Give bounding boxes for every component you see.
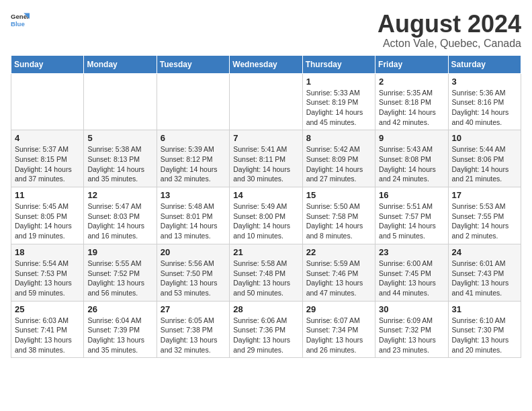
calendar-header: SundayMondayTuesdayWednesdayThursdayFrid… bbox=[11, 55, 521, 73]
calendar-cell: 24Sunrise: 6:01 AM Sunset: 7:43 PM Dayli… bbox=[448, 244, 521, 301]
day-number: 20 bbox=[161, 247, 226, 257]
day-detail: Sunrise: 5:44 AM Sunset: 8:06 PM Dayligh… bbox=[452, 144, 517, 184]
day-number: 28 bbox=[233, 304, 298, 314]
day-detail: Sunrise: 5:38 AM Sunset: 8:13 PM Dayligh… bbox=[87, 144, 152, 184]
day-number: 5 bbox=[87, 133, 152, 143]
day-number: 29 bbox=[306, 304, 371, 314]
calendar-cell: 9Sunrise: 5:43 AM Sunset: 8:08 PM Daylig… bbox=[375, 130, 448, 187]
day-detail: Sunrise: 5:43 AM Sunset: 8:08 PM Dayligh… bbox=[379, 144, 444, 184]
header-cell-saturday: Saturday bbox=[448, 55, 521, 73]
day-number: 22 bbox=[306, 247, 371, 257]
day-detail: Sunrise: 5:37 AM Sunset: 8:15 PM Dayligh… bbox=[15, 144, 80, 184]
day-detail: Sunrise: 5:56 AM Sunset: 7:50 PM Dayligh… bbox=[161, 259, 226, 298]
day-detail: Sunrise: 6:07 AM Sunset: 7:34 PM Dayligh… bbox=[306, 316, 371, 355]
day-number: 15 bbox=[306, 190, 371, 200]
calendar-cell: 26Sunrise: 6:04 AM Sunset: 7:39 PM Dayli… bbox=[84, 301, 157, 358]
day-detail: Sunrise: 5:47 AM Sunset: 8:03 PM Dayligh… bbox=[87, 201, 152, 241]
day-number: 9 bbox=[379, 133, 444, 143]
day-number: 26 bbox=[87, 304, 152, 314]
day-number: 18 bbox=[15, 247, 80, 257]
day-detail: Sunrise: 5:41 AM Sunset: 8:11 PM Dayligh… bbox=[233, 144, 298, 184]
day-number: 24 bbox=[452, 247, 517, 257]
title-section: August 2024 Acton Vale, Quebec, Canada bbox=[378, 11, 521, 50]
day-number: 3 bbox=[452, 77, 517, 87]
day-number: 11 bbox=[15, 190, 80, 200]
calendar-cell: 21Sunrise: 5:58 AM Sunset: 7:48 PM Dayli… bbox=[230, 244, 302, 301]
day-number: 1 bbox=[306, 77, 371, 87]
day-detail: Sunrise: 5:33 AM Sunset: 8:19 PM Dayligh… bbox=[306, 88, 371, 128]
day-number: 19 bbox=[87, 247, 152, 257]
main-title: August 2024 bbox=[378, 11, 521, 38]
day-detail: Sunrise: 5:53 AM Sunset: 7:55 PM Dayligh… bbox=[452, 201, 517, 241]
day-number: 17 bbox=[452, 190, 517, 200]
header-cell-tuesday: Tuesday bbox=[157, 55, 229, 73]
calendar-cell: 18Sunrise: 5:54 AM Sunset: 7:53 PM Dayli… bbox=[11, 244, 84, 301]
day-number: 14 bbox=[233, 190, 298, 200]
calendar-cell: 3Sunrise: 5:36 AM Sunset: 8:16 PM Daylig… bbox=[448, 73, 521, 130]
logo: General Blue bbox=[11, 11, 30, 30]
day-detail: Sunrise: 6:10 AM Sunset: 7:30 PM Dayligh… bbox=[452, 316, 517, 355]
calendar-cell: 4Sunrise: 5:37 AM Sunset: 8:15 PM Daylig… bbox=[11, 130, 84, 187]
calendar-cell: 7Sunrise: 5:41 AM Sunset: 8:11 PM Daylig… bbox=[230, 130, 302, 187]
calendar-cell: 28Sunrise: 6:06 AM Sunset: 7:36 PM Dayli… bbox=[230, 301, 302, 358]
calendar-cell: 8Sunrise: 5:42 AM Sunset: 8:09 PM Daylig… bbox=[302, 130, 375, 187]
calendar-cell: 15Sunrise: 5:50 AM Sunset: 7:58 PM Dayli… bbox=[302, 187, 375, 244]
day-detail: Sunrise: 5:49 AM Sunset: 8:00 PM Dayligh… bbox=[233, 201, 298, 241]
header-cell-thursday: Thursday bbox=[302, 55, 375, 73]
day-number: 25 bbox=[15, 304, 80, 314]
calendar-cell: 19Sunrise: 5:55 AM Sunset: 7:52 PM Dayli… bbox=[84, 244, 157, 301]
calendar-cell: 12Sunrise: 5:47 AM Sunset: 8:03 PM Dayli… bbox=[84, 187, 157, 244]
day-detail: Sunrise: 5:59 AM Sunset: 7:46 PM Dayligh… bbox=[306, 259, 371, 298]
day-detail: Sunrise: 6:06 AM Sunset: 7:36 PM Dayligh… bbox=[233, 316, 298, 355]
calendar-cell: 13Sunrise: 5:48 AM Sunset: 8:01 PM Dayli… bbox=[157, 187, 229, 244]
day-number: 2 bbox=[379, 77, 444, 87]
day-number: 10 bbox=[452, 133, 517, 143]
day-number: 27 bbox=[161, 304, 226, 314]
calendar-cell: 6Sunrise: 5:39 AM Sunset: 8:12 PM Daylig… bbox=[157, 130, 229, 187]
day-detail: Sunrise: 6:09 AM Sunset: 7:32 PM Dayligh… bbox=[379, 316, 444, 355]
header-row: SundayMondayTuesdayWednesdayThursdayFrid… bbox=[11, 55, 521, 73]
calendar-cell: 25Sunrise: 6:03 AM Sunset: 7:41 PM Dayli… bbox=[11, 301, 84, 358]
calendar-cell bbox=[11, 73, 84, 130]
day-detail: Sunrise: 5:50 AM Sunset: 7:58 PM Dayligh… bbox=[306, 201, 371, 241]
day-detail: Sunrise: 6:05 AM Sunset: 7:38 PM Dayligh… bbox=[161, 316, 226, 355]
day-detail: Sunrise: 5:58 AM Sunset: 7:48 PM Dayligh… bbox=[233, 259, 298, 298]
day-number: 4 bbox=[15, 133, 80, 143]
week-row-1: 1Sunrise: 5:33 AM Sunset: 8:19 PM Daylig… bbox=[11, 73, 521, 130]
calendar-cell: 27Sunrise: 6:05 AM Sunset: 7:38 PM Dayli… bbox=[157, 301, 229, 358]
week-row-4: 18Sunrise: 5:54 AM Sunset: 7:53 PM Dayli… bbox=[11, 244, 521, 301]
day-detail: Sunrise: 5:35 AM Sunset: 8:18 PM Dayligh… bbox=[379, 88, 444, 128]
svg-text:Blue: Blue bbox=[11, 20, 25, 28]
calendar-cell: 16Sunrise: 5:51 AM Sunset: 7:57 PM Dayli… bbox=[375, 187, 448, 244]
day-detail: Sunrise: 6:01 AM Sunset: 7:43 PM Dayligh… bbox=[452, 259, 517, 298]
day-detail: Sunrise: 6:04 AM Sunset: 7:39 PM Dayligh… bbox=[87, 316, 152, 355]
calendar-cell: 29Sunrise: 6:07 AM Sunset: 7:34 PM Dayli… bbox=[302, 301, 375, 358]
day-number: 6 bbox=[161, 133, 226, 143]
day-detail: Sunrise: 5:39 AM Sunset: 8:12 PM Dayligh… bbox=[161, 144, 226, 184]
calendar-cell: 20Sunrise: 5:56 AM Sunset: 7:50 PM Dayli… bbox=[157, 244, 229, 301]
week-row-2: 4Sunrise: 5:37 AM Sunset: 8:15 PM Daylig… bbox=[11, 130, 521, 187]
calendar-cell: 10Sunrise: 5:44 AM Sunset: 8:06 PM Dayli… bbox=[448, 130, 521, 187]
day-number: 16 bbox=[379, 190, 444, 200]
calendar-cell: 22Sunrise: 5:59 AM Sunset: 7:46 PM Dayli… bbox=[302, 244, 375, 301]
day-detail: Sunrise: 6:00 AM Sunset: 7:45 PM Dayligh… bbox=[379, 259, 444, 298]
calendar-cell: 2Sunrise: 5:35 AM Sunset: 8:18 PM Daylig… bbox=[375, 73, 448, 130]
calendar-cell: 1Sunrise: 5:33 AM Sunset: 8:19 PM Daylig… bbox=[302, 73, 375, 130]
week-row-5: 25Sunrise: 6:03 AM Sunset: 7:41 PM Dayli… bbox=[11, 301, 521, 358]
header-cell-wednesday: Wednesday bbox=[230, 55, 302, 73]
day-number: 13 bbox=[161, 190, 226, 200]
day-detail: Sunrise: 6:03 AM Sunset: 7:41 PM Dayligh… bbox=[15, 316, 80, 355]
day-detail: Sunrise: 5:55 AM Sunset: 7:52 PM Dayligh… bbox=[87, 259, 152, 298]
calendar-cell bbox=[230, 73, 302, 130]
calendar-cell: 17Sunrise: 5:53 AM Sunset: 7:55 PM Dayli… bbox=[448, 187, 521, 244]
day-detail: Sunrise: 5:51 AM Sunset: 7:57 PM Dayligh… bbox=[379, 201, 444, 241]
day-detail: Sunrise: 5:54 AM Sunset: 7:53 PM Dayligh… bbox=[15, 259, 80, 298]
day-detail: Sunrise: 5:48 AM Sunset: 8:01 PM Dayligh… bbox=[161, 201, 226, 241]
week-row-3: 11Sunrise: 5:45 AM Sunset: 8:05 PM Dayli… bbox=[11, 187, 521, 244]
calendar-body: 1Sunrise: 5:33 AM Sunset: 8:19 PM Daylig… bbox=[11, 73, 521, 358]
day-number: 12 bbox=[87, 190, 152, 200]
logo-icon: General Blue bbox=[11, 11, 30, 30]
day-detail: Sunrise: 5:45 AM Sunset: 8:05 PM Dayligh… bbox=[15, 201, 80, 241]
calendar-cell: 11Sunrise: 5:45 AM Sunset: 8:05 PM Dayli… bbox=[11, 187, 84, 244]
header-cell-sunday: Sunday bbox=[11, 55, 84, 73]
